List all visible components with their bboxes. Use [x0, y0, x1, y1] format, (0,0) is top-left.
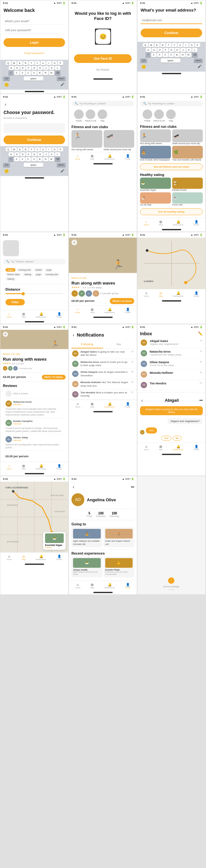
category-places[interactable]: Places to eat	[85, 110, 96, 122]
back-button-cd[interactable]: ‹	[72, 240, 77, 245]
nav-home-f2[interactable]: ⌂ Home	[144, 220, 149, 226]
recent-item-1[interactable]: 🥗 Jetspo health Agile catalyse detail ri…	[72, 557, 102, 578]
no-thanks-button[interactable]: No thanks	[96, 68, 109, 71]
reply-button[interactable]: REPLY TO EMAIL	[42, 375, 66, 379]
filter-button[interactable]: Filter	[5, 299, 25, 305]
nav-home-nt[interactable]: ⌂ Home	[75, 402, 80, 408]
nav-notifications-cd[interactable]: 🔔 Notifications	[104, 308, 115, 313]
nav-profile-ib[interactable]: 👤 Profile	[194, 445, 199, 451]
tag-yoga[interactable]: yoga	[45, 268, 53, 272]
inbox-item-5[interactable]: TH Tim Hendrix ... 5h	[137, 380, 205, 391]
nav-map-cd[interactable]: ◎ Map	[91, 308, 94, 313]
forgot-password-link[interactable]: Forgot password?	[24, 52, 45, 55]
category-yoga-f2[interactable]: Yoga	[166, 110, 176, 122]
nav-profile-fi[interactable]: 👤 Profile	[56, 312, 62, 318]
nav-map-ib[interactable]: ◎ Map	[159, 445, 163, 451]
back-button-pr[interactable]: ‹	[72, 483, 76, 491]
nav-home-map[interactable]: ⌂ Home	[144, 291, 149, 297]
healthy-card-3[interactable]: 🍜 On the Bab	[140, 192, 171, 206]
emoji-icon[interactable]: 🙂	[4, 83, 9, 87]
map-card-overlay[interactable]: 🥗 Essential Vegan ★★★★	[43, 532, 66, 550]
map-view[interactable]: London	[137, 238, 205, 289]
category-people[interactable]: People	[74, 110, 84, 122]
nav-notifications-map[interactable]: 🔔 Notifications	[173, 291, 183, 297]
nav-home-m2[interactable]: ⌂ Home	[7, 555, 12, 560]
nav-notifications-f1[interactable]: 🔔 Notifications	[104, 154, 115, 160]
nav-home-pr[interactable]: ⌂ Home	[75, 583, 80, 589]
nav-map-rv[interactable]: ◎ Map	[22, 464, 26, 470]
nav-profile-cd[interactable]: 👤 Profile	[125, 308, 130, 313]
nav-map-pr[interactable]: ◎ Map	[91, 583, 94, 589]
emoji-icon-pw[interactable]: 🙂	[4, 169, 9, 174]
back-button-pw[interactable]: ‹	[3, 100, 8, 108]
nav-profile-nt[interactable]: 👤 Profile	[125, 402, 130, 408]
nav-notifications-nt[interactable]: 🔔 Notifications	[104, 402, 115, 408]
nav-profile-map[interactable]: 👤 Profile	[194, 291, 199, 297]
search-bar-fi[interactable]: 🔍 Try "Fitness classes"	[3, 259, 66, 264]
login-button[interactable]: Login	[3, 38, 65, 47]
map-view-2[interactable]: YORU ACHTERHOEK DOETINCHEM ISSELBURG GAS…	[0, 482, 68, 552]
nav-notifications-m2[interactable]: 🔔 Notifications	[36, 555, 46, 560]
tag-baking[interactable]: baking	[23, 273, 33, 276]
back-button-nt[interactable]: ‹	[72, 331, 76, 339]
tab-following[interactable]: Following	[72, 341, 103, 348]
tag-running[interactable]: running club	[17, 268, 32, 272]
recent-item-2[interactable]: 💪 Grantio Pilate Overcome same the world…	[104, 557, 134, 578]
tag-running2[interactable]: running club	[44, 273, 60, 276]
category-people-f2[interactable]: People	[143, 110, 152, 122]
inbox-item-3[interactable]: OS Olivia Swayne Come on to the class...…	[137, 359, 205, 369]
nav-home-ib[interactable]: ⌂ Home	[144, 445, 149, 451]
more-icon-chat[interactable]: •••	[199, 399, 203, 402]
see-all-healthy-button[interactable]: See all healthy eating	[140, 209, 203, 215]
tag-health[interactable]: health	[33, 268, 44, 272]
club-card-f2-1[interactable]: 🏃 Run along with waves	[140, 129, 171, 145]
tag-yoga2[interactable]: yoga	[34, 273, 43, 276]
nav-home-f1[interactable]: ⌂ Home	[75, 154, 80, 160]
club-card-f2-4[interactable]: 🌿 Train and breathe with Marial	[172, 146, 203, 161]
whats-on-button[interactable]: What's on there	[110, 298, 134, 304]
use-face-id-button[interactable]: Use Face ID	[74, 54, 132, 63]
review-add[interactable]: + Add a review	[3, 389, 66, 399]
email-address-input[interactable]	[141, 17, 202, 24]
nav-map-f1[interactable]: ◎ Map	[91, 154, 94, 160]
going-item-2[interactable]: 🏃 Scale and impact shared unit	[104, 527, 134, 547]
nav-notifications-ib[interactable]: 🔔 Notifications	[173, 445, 183, 451]
nav-home-rv[interactable]: ⌂ Home	[7, 464, 12, 470]
nav-map-m2[interactable]: ◎ Map	[22, 555, 26, 560]
mic-icon[interactable]: 🎤	[60, 83, 65, 87]
club-card-1[interactable]: 🏃 Run along with waves	[72, 130, 102, 151]
nav-notifications-f2[interactable]: 🔔 Notifications	[173, 220, 183, 226]
healthy-card-1[interactable]: 🥗 Essential Vegan	[140, 178, 171, 191]
nav-map-f2[interactable]: ◎ Map	[159, 220, 163, 226]
more-icon-pr[interactable]: •••	[131, 485, 134, 489]
notif-item-4[interactable]: MH Miranda Hollister like The Naïrust Ve…	[69, 379, 137, 390]
nav-map-nt[interactable]: ◎ Map	[91, 402, 94, 408]
back-button-chat[interactable]: ‹	[140, 397, 144, 404]
nav-notifications-rv[interactable]: 🔔 Notifications	[36, 464, 46, 470]
category-places-f2[interactable]: Places to eat	[154, 110, 165, 122]
nav-profile-f1[interactable]: 👤 Profile	[125, 154, 130, 160]
notif-item-5[interactable]: TH Tim Hendrix liked a location you were…	[69, 390, 137, 400]
club-card-f2-2[interactable]: 🛹 Skate around your local city	[172, 129, 203, 145]
search-bar-f1[interactable]: 🔍 Try 'Running in London'	[72, 101, 134, 106]
reply-no-button[interactable]: No	[173, 436, 182, 441]
inbox-item-4[interactable]: MH Miranda Hollister ... 4h	[137, 369, 205, 380]
continue-button[interactable]: Continue	[141, 29, 202, 37]
notif-item-2[interactable]: AT Natascha toros wants to invite you to…	[69, 359, 137, 369]
nav-map-fi[interactable]: ◎ Map	[22, 312, 26, 318]
notif-item-3[interactable]: OS Olivia Swayne was at Vegan essential …	[69, 369, 137, 379]
see-all-fitness-button[interactable]: See all Fitness and run clubs	[140, 163, 203, 170]
club-card-f2-3[interactable]: 🧘 End of week climb headspace	[140, 146, 171, 161]
going-item-1[interactable]: 🧘 Agile catalyse but scalable innovate s…	[72, 527, 102, 547]
mic-icon-3[interactable]: 🎤	[198, 65, 202, 69]
healthy-card-4[interactable]: ☕ Fresh café	[172, 192, 203, 206]
reply-yes-button[interactable]: Yes!	[161, 436, 172, 441]
tag-fitness[interactable]: fitness class	[5, 273, 22, 276]
tab-you[interactable]: You	[103, 341, 134, 348]
club-card-2[interactable]: 🛹 Skate around your local city	[104, 130, 134, 151]
mic-icon-pw[interactable]: 🎤	[60, 169, 65, 174]
nav-notifications-pr[interactable]: 🔔 Notifications	[104, 583, 115, 589]
back-button-rv[interactable]: ‹	[3, 332, 8, 337]
tag-baking2[interactable]: baking	[5, 277, 16, 281]
emoji-icon-3[interactable]: 🙂	[141, 65, 146, 69]
